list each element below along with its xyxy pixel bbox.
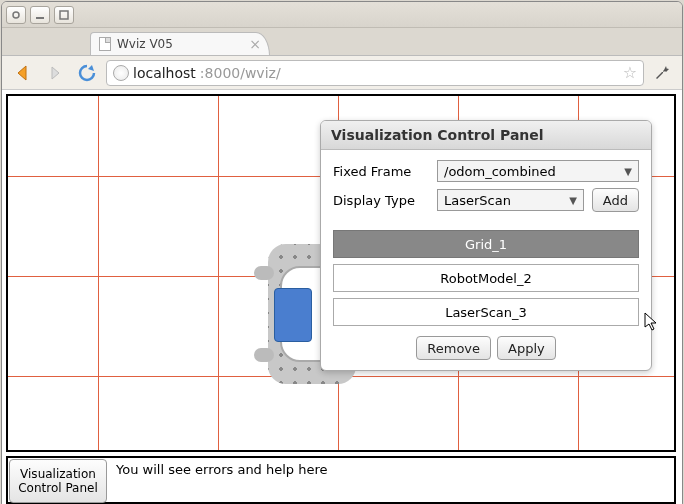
window-menu-button[interactable] [6, 6, 26, 24]
chevron-down-icon: ▼ [569, 195, 577, 206]
svg-rect-1 [36, 17, 44, 19]
bookmark-star-icon[interactable]: ☆ [623, 63, 637, 82]
address-bar[interactable]: localhost:8000/wviz/ ☆ [106, 60, 644, 86]
url-host: localhost [133, 65, 196, 81]
fixed-frame-value: /odom_combined [444, 164, 556, 179]
globe-icon [113, 65, 129, 81]
close-icon[interactable]: × [249, 36, 261, 52]
list-item[interactable]: RobotModel_2 [333, 264, 639, 292]
list-item[interactable]: Grid_1 [333, 230, 639, 258]
display-type-label: Display Type [333, 193, 429, 208]
window-minimize-button[interactable] [30, 6, 50, 24]
wrench-menu-button[interactable] [650, 61, 674, 85]
add-button[interactable]: Add [592, 188, 639, 212]
back-button[interactable] [10, 60, 36, 86]
url-path: :8000/wviz/ [200, 65, 281, 81]
fixed-frame-label: Fixed Frame [333, 164, 429, 179]
control-panel-toggle-button[interactable]: Visualization Control Panel [9, 459, 107, 503]
control-panel: Visualization Control Panel Fixed Frame … [320, 120, 652, 371]
display-list: Grid_1 RobotModel_2 LaserScan_3 [333, 230, 639, 326]
help-text: You will see errors and help here [108, 458, 336, 481]
window-maximize-button[interactable] [54, 6, 74, 24]
footer-bar: Visualization Control Panel You will see… [6, 456, 676, 504]
panel-title: Visualization Control Panel [321, 121, 651, 150]
display-type-value: LaserScan [444, 193, 511, 208]
chevron-down-icon: ▼ [624, 166, 632, 177]
forward-button[interactable] [42, 60, 68, 86]
tab-title: Wviz V05 [117, 37, 173, 51]
display-type-select[interactable]: LaserScan ▼ [437, 189, 584, 211]
svg-rect-2 [60, 11, 68, 19]
fixed-frame-select[interactable]: /odom_combined ▼ [437, 160, 639, 182]
visualization-canvas[interactable]: Visualization Control Panel Fixed Frame … [6, 94, 676, 452]
browser-toolbar: localhost:8000/wviz/ ☆ [2, 56, 682, 90]
svg-point-0 [13, 12, 19, 18]
cursor-icon [644, 312, 660, 335]
list-item[interactable]: LaserScan_3 [333, 298, 639, 326]
apply-button[interactable]: Apply [497, 336, 556, 360]
tabstrip: Wviz V05 × [2, 28, 682, 56]
window-titlebar [2, 2, 682, 28]
reload-button[interactable] [74, 60, 100, 86]
browser-tab[interactable]: Wviz V05 × [90, 32, 270, 56]
document-icon [99, 37, 111, 51]
page-content: Visualization Control Panel Fixed Frame … [2, 90, 682, 504]
remove-button[interactable]: Remove [416, 336, 491, 360]
